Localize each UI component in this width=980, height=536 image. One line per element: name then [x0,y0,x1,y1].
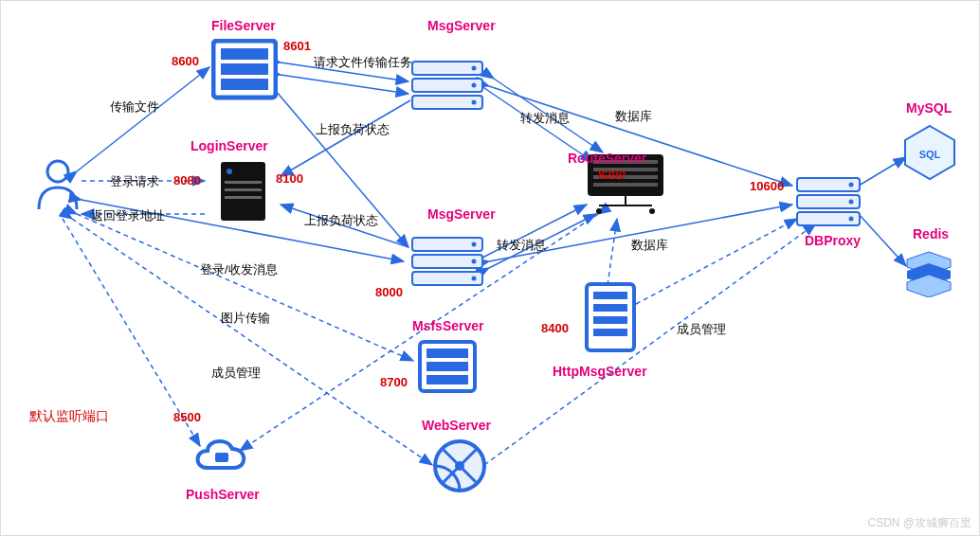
edge-login-req: 登录请求 [110,173,159,190]
routeserver-label: RouteServer [568,151,646,166]
edge-forward2: 转发消息 [497,237,546,254]
msgserver2-label: MsgServer [427,206,496,222]
dbproxy-port: 10600 [750,179,784,193]
fileserver-port: 8601 [283,39,311,53]
svg-rect-68 [426,362,468,371]
svg-rect-33 [225,196,262,199]
svg-line-10 [281,100,410,176]
svg-line-23 [859,214,906,266]
svg-line-22 [859,157,906,186]
mysql-label: MySQL [906,100,952,116]
edge-login-resp: 返回登录地址 [91,207,165,224]
svg-line-20 [608,219,617,285]
fileserver-port2: 8600 [172,54,199,68]
msfsserver-label: MsfsServer [412,318,484,333]
svg-point-59 [849,200,854,205]
msfsserver-port: 8700 [380,375,408,389]
edge-load1: 上报负荷状态 [316,121,390,138]
edge-transfer-file: 传输文件 [110,98,159,116]
edge-image: 图片传输 [221,310,270,327]
svg-rect-71 [593,292,627,299]
edge-member: 成员管理 [211,365,261,382]
mysql-icon: SQL [901,124,958,184]
svg-rect-26 [221,48,268,60]
svg-rect-27 [221,63,268,75]
svg-line-21 [484,223,816,465]
edge-req-file: 请求文件传输任务 [314,54,412,71]
svg-point-58 [849,183,854,188]
msgserver1-icon [410,60,484,114]
svg-rect-50 [593,183,658,187]
svg-line-8 [281,75,408,94]
svg-text:SQL: SQL [919,149,941,160]
svg-point-43 [472,242,477,247]
svg-point-44 [472,259,477,264]
webserver-label: WebServer [422,418,491,433]
httpmsgserver-icon [581,280,640,359]
svg-rect-28 [221,79,268,90]
watermark: CSDN @攻城狮百里 [867,515,971,531]
loginserver-port2: 8080 [173,173,201,188]
diagram-canvas: FileServer 8601 8600 LoginServer 8100 80… [0,0,980,536]
svg-line-4 [77,214,413,361]
pushserver-port: 8500 [173,410,201,424]
httpmsgserver-port: 8400 [541,321,569,335]
svg-rect-73 [593,316,627,324]
msfsserver-icon [418,340,477,396]
dbproxy-label: DBProxy [805,233,861,248]
svg-rect-74 [593,329,627,336]
routeserver-port: 8200 [598,168,626,182]
httpmsgserver-label: HttpMsgServer [553,364,647,379]
svg-line-5 [72,219,432,465]
edge-member2: 成员管理 [677,321,726,338]
svg-point-30 [227,169,232,174]
pushserver-label: PushServer [186,487,260,502]
svg-rect-77 [215,453,228,462]
svg-point-45 [472,277,477,281]
svg-rect-31 [225,181,262,184]
redis-icon [901,250,956,300]
svg-point-54 [649,208,655,214]
edge-forward1: 转发消息 [520,110,570,127]
pushserver-icon [191,432,251,484]
edge-db1: 数据库 [615,108,652,125]
loginserver-icon [217,160,269,227]
svg-line-0 [77,67,209,171]
msgserver1-label: MsgServer [427,18,496,33]
edge-login-msg: 登录/收发消息 [200,261,278,278]
svg-point-39 [472,100,477,105]
svg-point-37 [472,66,477,71]
webserver-icon [432,438,487,496]
svg-rect-69 [426,375,468,384]
redis-label: Redis [913,226,949,241]
svg-point-24 [47,161,68,182]
loginserver-port: 8100 [276,171,303,186]
connections-layer [1,1,980,536]
msgserver2-icon [410,236,484,290]
note-default-port: 默认监听端口 [29,408,109,425]
user-icon [34,157,82,217]
svg-point-60 [849,217,854,222]
svg-point-53 [596,208,602,214]
dbproxy-icon [795,176,862,230]
svg-line-19 [636,219,797,304]
msgserver2-port: 8000 [375,285,403,299]
fileserver-label: FileServer [211,18,276,33]
svg-rect-32 [225,188,262,191]
edge-db2: 数据库 [631,237,668,254]
loginserver-label: LoginServer [191,138,268,153]
svg-rect-72 [593,304,627,312]
svg-point-76 [455,461,464,471]
svg-point-38 [472,83,477,88]
svg-rect-67 [426,348,468,358]
fileserver-icon [211,39,278,103]
edge-load2: 上报负荷状态 [304,212,378,229]
